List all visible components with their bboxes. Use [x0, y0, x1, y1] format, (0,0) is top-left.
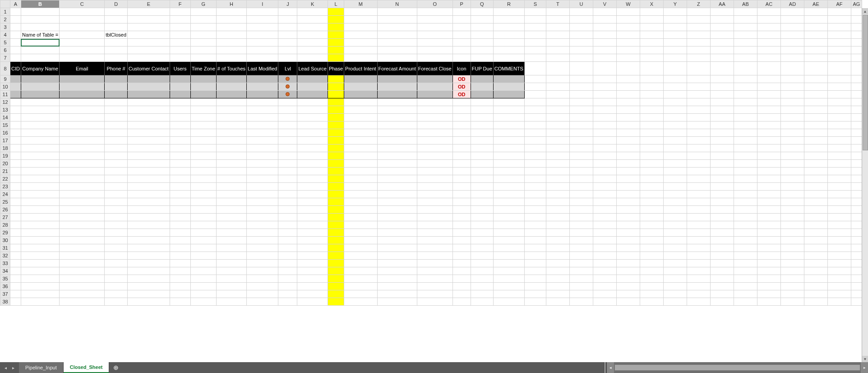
cell-P29[interactable]: [452, 229, 471, 237]
cell-AF24[interactable]: [827, 191, 851, 198]
cell-W22[interactable]: [616, 175, 640, 183]
cell-AB34[interactable]: [734, 267, 757, 275]
cell-V11[interactable]: [593, 91, 616, 98]
cell-N29[interactable]: [377, 229, 417, 237]
cell-AF21[interactable]: [827, 168, 851, 175]
cell-D24[interactable]: [105, 191, 128, 198]
cell-A20[interactable]: [10, 160, 21, 168]
cell-S19[interactable]: [524, 152, 546, 160]
cell-L2[interactable]: [328, 16, 344, 23]
cell-AD18[interactable]: [780, 145, 804, 152]
cell-AB18[interactable]: [734, 145, 757, 152]
cell-V20[interactable]: [593, 160, 616, 168]
cell-N33[interactable]: [377, 260, 417, 267]
cell-B23[interactable]: [21, 183, 59, 191]
cell-U2[interactable]: [569, 16, 593, 23]
cell-B4[interactable]: Name of Table =: [21, 31, 59, 39]
cell-Y27[interactable]: [663, 214, 687, 221]
col-header-G[interactable]: G: [190, 0, 216, 8]
cell-R21[interactable]: [493, 168, 524, 175]
cell-V14[interactable]: [593, 114, 616, 121]
col-header-E[interactable]: E: [128, 0, 170, 8]
cell-K10[interactable]: [297, 83, 328, 91]
cell-M15[interactable]: [344, 121, 378, 129]
cell-O17[interactable]: [417, 137, 452, 145]
cell-Y23[interactable]: [663, 183, 687, 191]
cell-S26[interactable]: [524, 206, 546, 214]
cell-AD30[interactable]: [780, 237, 804, 244]
cell-W38[interactable]: [616, 298, 640, 306]
cell-AG15[interactable]: [851, 121, 862, 129]
cell-G1[interactable]: [190, 8, 216, 16]
cell-AD3[interactable]: [780, 23, 804, 31]
cell-M33[interactable]: [344, 260, 378, 267]
cell-H26[interactable]: [216, 206, 246, 214]
cell-U10[interactable]: [569, 83, 593, 91]
cell-U23[interactable]: [569, 183, 593, 191]
cell-D21[interactable]: [105, 168, 128, 175]
cell-S7[interactable]: [524, 54, 546, 62]
cell-Z7[interactable]: [687, 54, 710, 62]
cell-D17[interactable]: [105, 137, 128, 145]
cell-S25[interactable]: [524, 198, 546, 206]
cell-D6[interactable]: [105, 47, 128, 54]
cell-T25[interactable]: [546, 198, 569, 206]
cell-O13[interactable]: [417, 106, 452, 114]
cell-X13[interactable]: [640, 106, 663, 114]
cell-B15[interactable]: [21, 121, 59, 129]
cell-O31[interactable]: [417, 244, 452, 252]
cell-AD13[interactable]: [780, 106, 804, 114]
cell-J37[interactable]: [278, 290, 297, 298]
cell-S28[interactable]: [524, 221, 546, 229]
cell-AC37[interactable]: [757, 290, 780, 298]
cell-M6[interactable]: [344, 47, 378, 54]
cell-X9[interactable]: [640, 75, 663, 83]
cell-AA20[interactable]: [710, 160, 734, 168]
cell-S20[interactable]: [524, 160, 546, 168]
cell-M24[interactable]: [344, 191, 378, 198]
cell-T19[interactable]: [546, 152, 569, 160]
cell-Z6[interactable]: [687, 47, 710, 54]
cell-M9[interactable]: [344, 75, 378, 83]
cell-Y31[interactable]: [663, 244, 687, 252]
cell-K31[interactable]: [297, 244, 328, 252]
cell-Y17[interactable]: [663, 137, 687, 145]
cell-K16[interactable]: [297, 129, 328, 137]
cell-B37[interactable]: [21, 290, 59, 298]
cell-G29[interactable]: [190, 229, 216, 237]
cell-T35[interactable]: [546, 275, 569, 283]
cell-AF4[interactable]: [827, 31, 851, 39]
cell-M29[interactable]: [344, 229, 378, 237]
cell-AC26[interactable]: [757, 206, 780, 214]
cell-Q15[interactable]: [471, 121, 493, 129]
cell-Z5[interactable]: [687, 39, 710, 47]
cell-X34[interactable]: [640, 267, 663, 275]
cell-B22[interactable]: [21, 175, 59, 183]
cell-Y18[interactable]: [663, 145, 687, 152]
cell-D2[interactable]: [105, 16, 128, 23]
cell-O5[interactable]: [417, 39, 452, 47]
cell-U20[interactable]: [569, 160, 593, 168]
cell-X28[interactable]: [640, 221, 663, 229]
cell-F14[interactable]: [170, 114, 190, 121]
cell-P37[interactable]: [452, 290, 471, 298]
cell-U17[interactable]: [569, 137, 593, 145]
cell-AA3[interactable]: [710, 23, 734, 31]
cell-V17[interactable]: [593, 137, 616, 145]
cell-Z1[interactable]: [687, 8, 710, 16]
cell-X12[interactable]: [640, 98, 663, 106]
row-header-25[interactable]: 25: [0, 198, 10, 206]
cell-S6[interactable]: [524, 47, 546, 54]
cell-AC4[interactable]: [757, 31, 780, 39]
cell-A6[interactable]: [10, 47, 21, 54]
cell-O37[interactable]: [417, 290, 452, 298]
cell-X7[interactable]: [640, 54, 663, 62]
cell-T32[interactable]: [546, 252, 569, 260]
cell-AB4[interactable]: [734, 31, 757, 39]
row-header-9[interactable]: 9: [0, 75, 10, 83]
row-header-5[interactable]: 5: [0, 39, 10, 47]
cell-D18[interactable]: [105, 145, 128, 152]
cell-P27[interactable]: [452, 214, 471, 221]
cell-Q9[interactable]: [471, 75, 493, 83]
cell-E37[interactable]: [128, 290, 170, 298]
